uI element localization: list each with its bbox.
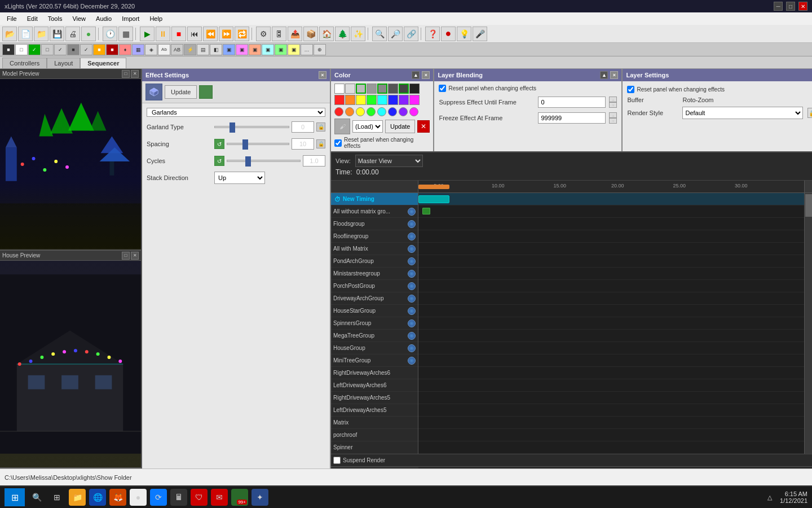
garland-type-lock-btn[interactable]: 🔒 — [316, 122, 325, 132]
maximize-btn[interactable]: □ — [786, 2, 795, 11]
render-btn[interactable]: ● — [81, 27, 96, 41]
track-new-timing[interactable]: ⏱ New Timing — [331, 193, 418, 205]
menu-help[interactable]: Help — [145, 14, 167, 23]
grid-btn[interactable]: ▦ — [118, 27, 133, 41]
taskbar-widget-icon[interactable]: ⊞ — [48, 489, 65, 506]
icon-tb-18[interactable]: ▣ — [223, 44, 235, 55]
lb-scroll-up[interactable]: ▲ — [600, 71, 608, 79]
play-btn[interactable]: ▶ — [140, 27, 155, 41]
icon-tb-11[interactable]: ▦ — [132, 44, 144, 55]
settings-btn[interactable]: ⚙ — [256, 27, 271, 41]
view-dropdown[interactable]: Master View — [355, 155, 423, 167]
orange-timeline-bar[interactable] — [418, 185, 449, 189]
track-rooflinegroup[interactable]: Rooflinegroup — [331, 230, 418, 243]
menu-audio[interactable]: Audio — [91, 14, 116, 23]
color-circle-yellow[interactable] — [356, 107, 365, 116]
color-load-dropdown[interactable]: (Load) — [352, 120, 383, 133]
icon-tb-3[interactable]: ✓ — [28, 44, 41, 55]
red-circle-btn[interactable]: ● — [441, 27, 456, 41]
icon-tb-5[interactable]: ✓ — [54, 44, 67, 55]
bulb-btn[interactable]: 💡 — [457, 27, 471, 41]
track-housestargroup[interactable]: HouseStarGroup — [331, 305, 418, 317]
garland-type-slider[interactable] — [214, 126, 289, 128]
swatch-red[interactable] — [334, 95, 345, 105]
cycles-thumb[interactable] — [245, 156, 251, 167]
taskbar-mail-icon[interactable]: ✉ — [211, 489, 228, 506]
fx-btn[interactable]: 🎛 — [272, 27, 286, 41]
swatch-vdgray[interactable] — [388, 84, 398, 94]
taskbar-badge-icon[interactable]: 99+ — [231, 489, 248, 506]
suspend-render-checkbox[interactable] — [333, 457, 341, 464]
track-minitreegroup[interactable]: MiniTreeGroup — [331, 354, 418, 367]
spacing-reset-btn[interactable]: ↺ — [214, 139, 224, 149]
icon-tb-17[interactable]: ◧ — [210, 44, 222, 55]
color-close-btn[interactable]: × — [422, 71, 430, 79]
loop-btn[interactable]: 🔁 — [235, 27, 249, 41]
stack-direction-dropdown[interactable]: Up Down Left Right — [214, 172, 265, 184]
timeline-row-4[interactable] — [418, 243, 804, 255]
notification-area[interactable]: △ — [764, 492, 775, 503]
track-rightdrivewayarches5[interactable]: RightDrivewayArches5 — [331, 392, 418, 404]
swatch-black-check[interactable] — [399, 84, 409, 94]
track-all-without-matrix[interactable]: All without matrix gro... — [331, 205, 418, 218]
timeline-row-14[interactable] — [418, 367, 804, 379]
icon-tb-10[interactable]: ♦ — [119, 44, 131, 55]
new-btn[interactable]: 📄 — [18, 27, 33, 41]
swatch-dgray-check[interactable] — [377, 84, 387, 94]
track-leftdrivewayarches5[interactable]: LeftDrivewayArches5 — [331, 404, 418, 417]
timeline-row-1[interactable] — [418, 205, 804, 218]
lb-reset-checkbox[interactable] — [439, 85, 446, 92]
icon-tb-22[interactable]: ▣ — [275, 44, 287, 55]
track-porchpostgroup[interactable]: PorchPostGroup — [331, 280, 418, 292]
icon-tb-23[interactable]: ▣ — [288, 44, 300, 55]
house-preview-close-btn[interactable]: ✕ — [131, 252, 139, 260]
track-leftdrivewayarches6[interactable]: LeftDrivewayArches6 — [331, 379, 418, 392]
swatch-white[interactable] — [334, 84, 345, 94]
hscroll-left-btn[interactable]: ◄ — [421, 468, 429, 468]
icon-tb-7[interactable]: ✓ — [80, 44, 92, 55]
taskbar-browser-icon[interactable]: 🌐 — [89, 489, 106, 506]
icon-tb-25[interactable]: ⊕ — [314, 44, 326, 55]
stop-btn[interactable]: ■ — [171, 27, 186, 41]
cycles-reset-btn[interactable]: ↺ — [214, 156, 224, 166]
track-housegroup[interactable]: HouseGroup — [331, 342, 418, 354]
color-update-btn[interactable]: Update — [385, 120, 415, 133]
pause-btn[interactable]: ⏸ — [156, 27, 170, 41]
start-btn[interactable]: ⊞ — [5, 488, 25, 506]
freeze-frame-input[interactable] — [538, 112, 606, 124]
track-floodsgroup[interactable]: Floodsgroup — [331, 218, 418, 230]
icon-tb-14[interactable]: AB — [171, 44, 183, 55]
swatch-black[interactable] — [409, 84, 420, 94]
layer-blending-close-btn[interactable]: × — [610, 71, 618, 79]
swatch-purple[interactable] — [399, 95, 409, 105]
timeline-row-18[interactable] — [418, 417, 804, 429]
icon-tb-19[interactable]: ▣ — [236, 44, 248, 55]
taskbar-search-icon[interactable]: 🔍 — [28, 489, 45, 506]
mic-btn[interactable]: 🎤 — [473, 27, 487, 41]
swatch-orange[interactable] — [345, 95, 355, 105]
swatch-magenta[interactable] — [409, 95, 420, 105]
suppress-up-btn[interactable]: ▲ — [609, 97, 617, 102]
help-btn[interactable]: ❓ — [425, 27, 440, 41]
timeline-row-8[interactable] — [418, 292, 804, 305]
link-btn[interactable]: 🔗 — [404, 27, 418, 41]
open-folder-btn[interactable]: 📂 — [2, 27, 17, 41]
group-btn[interactable]: 📦 — [303, 27, 318, 41]
timeline-row-20[interactable] — [418, 441, 804, 454]
tab-layout[interactable]: Layout — [47, 58, 80, 68]
menu-edit[interactable]: Edit — [23, 14, 42, 23]
house-preview-restore-btn[interactable]: □ — [122, 252, 130, 260]
save-btn[interactable]: 💾 — [50, 27, 64, 41]
track-all-with-matrix[interactable]: All with Matrix — [331, 243, 418, 255]
timeline-row-13[interactable] — [418, 354, 804, 367]
icon-tb-4[interactable]: □ — [41, 44, 54, 55]
effect-settings-close-btn[interactable]: × — [319, 71, 326, 79]
model-preview-restore-btn[interactable]: □ — [122, 70, 130, 78]
taskbar-folder-icon[interactable]: 📁 — [69, 489, 86, 506]
taskbar-chrome-icon[interactable]: ● — [130, 489, 147, 506]
ls-lock-btn[interactable]: 🔒 — [807, 108, 812, 118]
taskbar-ff-icon[interactable]: 🦊 — [109, 489, 126, 506]
paint-icon-btn[interactable]: 🖌 — [334, 119, 350, 134]
track-matrix[interactable]: Matrix — [331, 417, 418, 429]
icon-tb-20[interactable]: ▣ — [249, 44, 261, 55]
